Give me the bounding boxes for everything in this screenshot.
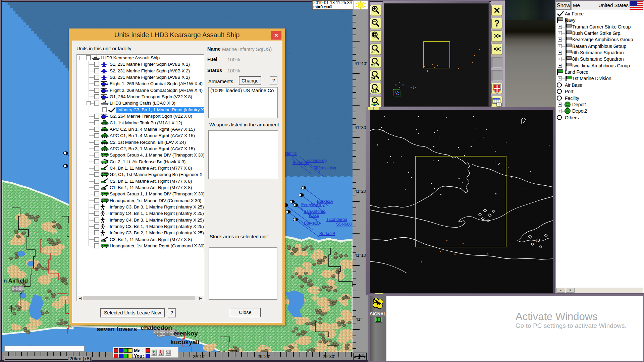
svg-text:x1: x1 [371, 63, 375, 67]
svg-text:N: N [362, 354, 364, 357]
svg-text:TiVirginiaisg: TiVirginiaisg [314, 166, 336, 170]
svg-text:erenkoy: erenkoy [173, 330, 198, 337]
svg-text:Nimitz: Nimitz [285, 151, 297, 156]
svg-text:ALL: ALL [371, 90, 377, 93]
svg-text:FerryWasley: FerryWasley [301, 202, 325, 207]
svg-text:S: S [358, 357, 360, 360]
svg-text:n Airfield: n Airfield [3, 278, 28, 284]
svg-text:seven towers: seven towers [97, 325, 137, 333]
svg-text:E: E [364, 356, 366, 359]
svg-text:Burke2B: Burke2B [304, 221, 320, 226]
svg-text:SSN688: SSN688 [336, 222, 352, 227]
svg-text:Burke2B: Burke2B [319, 231, 335, 236]
svg-text:x4: x4 [371, 76, 375, 80]
svg-text:Ticonderog: Ticonderog [306, 158, 327, 163]
svg-text:kucukyali: kucukyali [170, 339, 200, 346]
svg-text:W: W [354, 355, 357, 358]
svg-text:Ticonderog: Ticonderog [326, 217, 347, 222]
svg-text:Wasp: Wasp [309, 213, 319, 218]
